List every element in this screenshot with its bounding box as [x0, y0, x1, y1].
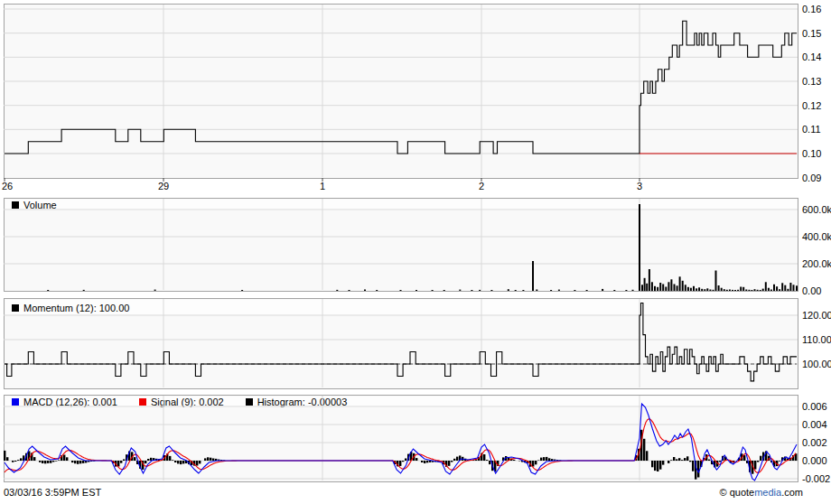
signal-legend-item: Signal (9): 0.002	[139, 397, 224, 407]
volume-legend-label: Volume	[23, 200, 57, 210]
momentum-swatch-icon	[12, 304, 19, 312]
credit-media: media	[754, 487, 781, 498]
y-axis-label: -0.002	[802, 473, 830, 484]
y-axis-label: 600.0k	[802, 204, 831, 215]
y-axis-label: 0.16	[802, 4, 821, 14]
momentum-legend-item: Momentum (12): 100.00	[12, 303, 129, 313]
volume-legend: Volume	[5, 200, 797, 210]
y-axis-label: 100.00	[802, 359, 831, 369]
y-axis-label: 0.006	[802, 401, 827, 412]
price-panel	[4, 4, 798, 179]
momentum-panel: Momentum (12): 100.00	[4, 298, 798, 389]
macd-swatch-icon	[12, 398, 19, 406]
y-axis-label: 0.12	[802, 100, 821, 111]
y-axis-label: 110.00	[802, 334, 831, 345]
macd-panel: MACD (12,26): 0.001 Signal (9): 0.002 Hi…	[4, 395, 798, 482]
x-axis-label: 29	[158, 181, 169, 191]
y-axis-label: 0.00	[802, 285, 821, 296]
y-axis-label: 0.15	[802, 28, 821, 39]
credit-suffix: .com	[781, 487, 803, 498]
y-axis-label: 0.10	[802, 148, 821, 159]
y-axis-label: 200.0k	[802, 258, 831, 269]
volume-swatch-icon	[12, 201, 19, 209]
volume-legend-item: Volume	[12, 200, 57, 210]
x-axis-label: 26	[2, 181, 13, 191]
macd-legend: MACD (12,26): 0.001 Signal (9): 0.002 Hi…	[5, 397, 797, 407]
y-axis-label: 0.09	[802, 173, 821, 183]
signal-legend-label: Signal (9): 0.002	[151, 397, 224, 407]
y-axis-label: 0.14	[802, 51, 821, 62]
y-axis-label: 0.13	[802, 76, 821, 87]
x-axis-label: 3	[637, 181, 642, 191]
momentum-legend-label: Momentum (12): 100.00	[23, 303, 129, 313]
stock-chart-page: Volume Momentum (12): 100.00 MACD (12,26…	[0, 0, 831, 504]
signal-swatch-icon	[139, 398, 146, 406]
y-axis-label: 400.0k	[802, 231, 831, 242]
histogram-legend-label: Histogram: -0.00003	[257, 397, 348, 407]
quotemedia-credit-link[interactable]: © quotemedia.com	[719, 487, 803, 498]
histogram-swatch-icon	[246, 398, 253, 406]
credit-prefix: © quote	[719, 487, 754, 498]
macd-legend-label: MACD (12,26): 0.001	[23, 397, 117, 407]
x-axis-label: 1	[320, 181, 325, 191]
y-axis-label: 0.11	[802, 124, 821, 135]
chart-timestamp: 03/03/16 3:59PM EST	[4, 487, 101, 498]
momentum-legend: Momentum (12): 100.00	[5, 300, 797, 315]
y-axis-label: 0.002	[802, 437, 827, 448]
x-axis-label: 2	[479, 181, 484, 191]
volume-panel: Volume	[4, 198, 798, 292]
y-axis-label: 120.00	[802, 310, 831, 321]
y-axis-label: 0.000	[802, 455, 827, 466]
macd-legend-item: MACD (12,26): 0.001	[12, 397, 117, 407]
y-axis-label: 0.004	[802, 419, 827, 430]
histogram-legend-item: Histogram: -0.00003	[246, 397, 348, 407]
